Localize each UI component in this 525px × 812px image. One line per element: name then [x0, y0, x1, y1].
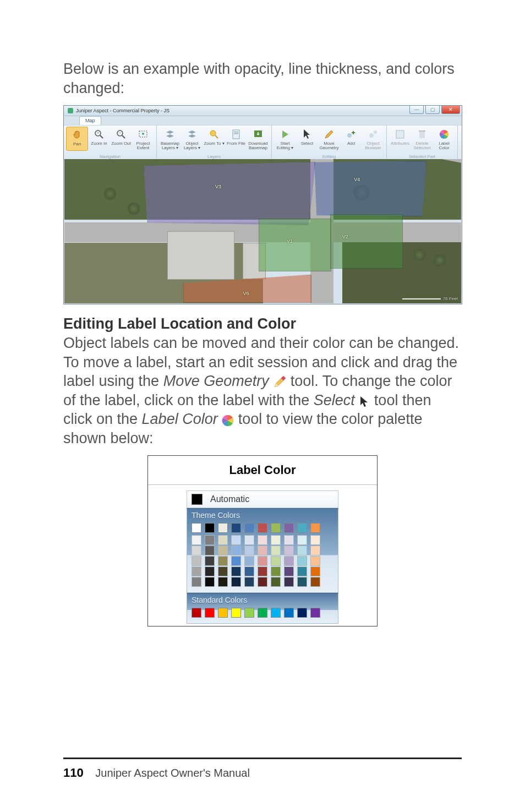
color-swatch[interactable] — [205, 577, 215, 587]
color-swatch[interactable] — [218, 566, 228, 576]
color-swatch[interactable] — [258, 566, 267, 576]
ribbon-btn-start-editing[interactable]: Start Editing ▾ — [274, 127, 296, 151]
ribbon-btn-zoom-in[interactable]: + Zoom In — [88, 127, 110, 151]
color-swatch[interactable] — [231, 523, 241, 533]
color-swatch[interactable] — [271, 523, 281, 533]
color-swatch[interactable] — [271, 535, 281, 545]
color-swatch[interactable] — [218, 523, 228, 533]
window-maximize-button[interactable]: ▢ — [425, 106, 440, 114]
color-swatch[interactable] — [271, 608, 281, 618]
polygon-label[interactable]: V4 — [354, 177, 360, 182]
color-swatch[interactable] — [271, 546, 281, 555]
ribbon-btn-object-layers[interactable]: Object Layers ▾ — [181, 127, 203, 151]
ribbon-btn-attributes[interactable]: Attributes — [389, 127, 411, 151]
color-swatch[interactable] — [192, 523, 201, 533]
ribbon-btn-zoom-out[interactable]: − Zoom Out — [110, 127, 132, 151]
window-minimize-button[interactable]: — — [409, 106, 424, 114]
ribbon-btn-delete-selected[interactable]: Delete Selected — [411, 127, 433, 151]
color-swatch[interactable] — [192, 608, 201, 618]
color-swatch[interactable] — [310, 546, 320, 555]
color-swatch[interactable] — [310, 535, 320, 545]
ribbon-btn-zoom-to[interactable]: Zoom To ▾ — [203, 127, 225, 151]
color-swatch[interactable] — [258, 535, 267, 545]
color-swatch[interactable] — [205, 556, 215, 566]
color-swatch[interactable] — [271, 566, 281, 576]
ribbon-btn-basemap-layers[interactable]: Basemap Layers ▾ — [159, 127, 181, 151]
color-swatch[interactable] — [297, 535, 307, 545]
color-swatch[interactable] — [231, 566, 241, 576]
polygon-label[interactable]: V2 — [342, 234, 348, 239]
color-swatch[interactable] — [218, 535, 228, 545]
color-swatch[interactable] — [244, 556, 254, 566]
color-swatch[interactable] — [244, 566, 254, 576]
color-swatch[interactable] — [192, 566, 201, 576]
ribbon-btn-download-basemap[interactable]: Download Basemap — [247, 127, 269, 151]
color-swatch[interactable] — [258, 523, 267, 533]
color-swatch[interactable] — [284, 535, 294, 545]
color-swatch[interactable] — [218, 556, 228, 566]
color-swatch[interactable] — [231, 608, 241, 618]
color-swatch[interactable] — [205, 608, 215, 618]
color-swatch[interactable] — [231, 556, 241, 566]
color-swatch[interactable] — [231, 535, 241, 545]
map-viewport[interactable]: V3 V4 V1 V2 V6 76 Feet — [64, 159, 461, 303]
color-swatch[interactable] — [244, 608, 254, 618]
color-swatch[interactable] — [244, 523, 254, 533]
ribbon-btn-move-geometry[interactable]: Move Geometry — [318, 127, 340, 151]
color-swatch[interactable] — [258, 556, 267, 566]
color-swatch[interactable] — [205, 523, 215, 533]
color-swatch[interactable] — [271, 577, 281, 587]
ribbon-btn-from-file[interactable]: From File — [225, 127, 247, 151]
ribbon-btn-object-browser[interactable]: Object Browser — [362, 127, 384, 151]
color-swatch[interactable] — [310, 608, 320, 618]
ribbon-btn-add[interactable]: Add — [340, 127, 362, 151]
color-swatch[interactable] — [244, 546, 254, 555]
polygon-v3[interactable] — [144, 162, 315, 225]
color-swatch[interactable] — [310, 523, 320, 533]
polygon-v1[interactable] — [259, 219, 331, 271]
color-swatch[interactable] — [258, 546, 267, 555]
color-swatch[interactable] — [284, 566, 294, 576]
ribbon-btn-select[interactable]: Select — [296, 127, 318, 151]
color-swatch[interactable] — [258, 577, 267, 587]
color-swatch[interactable] — [205, 535, 215, 545]
color-swatch[interactable] — [284, 546, 294, 555]
color-swatch[interactable] — [218, 608, 228, 618]
color-swatch[interactable] — [271, 556, 281, 566]
ribbon-btn-generate-report[interactable]: Generate Report — [460, 127, 462, 151]
color-swatch[interactable] — [231, 577, 241, 587]
window-close-button[interactable]: ✕ — [441, 106, 460, 114]
color-swatch[interactable] — [297, 546, 307, 555]
polygon-label[interactable]: V6 — [243, 291, 249, 296]
ribbon-btn-project-extent[interactable]: Project Extent — [132, 127, 154, 151]
polygon-v4[interactable] — [314, 161, 426, 217]
color-swatch[interactable] — [297, 566, 307, 576]
color-swatch[interactable] — [205, 566, 215, 576]
color-swatch[interactable] — [310, 556, 320, 566]
polygon-label[interactable]: V1 — [287, 238, 293, 244]
color-swatch[interactable] — [218, 577, 228, 587]
ribbon-btn-pan[interactable]: Pan — [66, 127, 88, 151]
polygon-label[interactable]: V3 — [215, 184, 221, 189]
color-swatch[interactable] — [192, 535, 201, 545]
color-swatch[interactable] — [218, 546, 228, 555]
polygon-v2[interactable] — [330, 214, 403, 269]
ribbon-tab-map[interactable]: Map — [79, 116, 101, 125]
color-swatch[interactable] — [244, 577, 254, 587]
color-automatic-button[interactable]: Automatic — [187, 491, 338, 508]
color-swatch[interactable] — [297, 577, 307, 587]
color-swatch[interactable] — [310, 566, 320, 576]
color-swatch[interactable] — [284, 556, 294, 566]
color-swatch[interactable] — [192, 546, 201, 555]
color-swatch[interactable] — [297, 608, 307, 618]
color-swatch[interactable] — [297, 523, 307, 533]
color-swatch[interactable] — [284, 577, 294, 587]
color-swatch[interactable] — [192, 577, 201, 587]
color-swatch[interactable] — [310, 577, 320, 587]
color-swatch[interactable] — [284, 608, 294, 618]
color-swatch[interactable] — [231, 546, 241, 555]
ribbon-btn-label-color[interactable]: Label Color — [433, 127, 455, 151]
color-swatch[interactable] — [205, 546, 215, 555]
color-swatch[interactable] — [284, 523, 294, 533]
color-swatch[interactable] — [192, 556, 201, 566]
